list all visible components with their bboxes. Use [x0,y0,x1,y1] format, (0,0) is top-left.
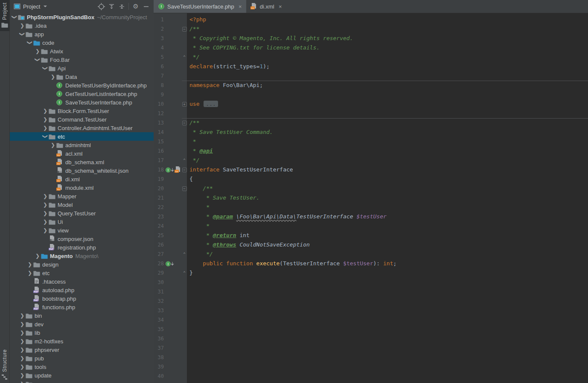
chevron-right-icon[interactable]: ❯ [42,226,49,235]
xml-file-icon[interactable]: <> [175,166,181,173]
settings-gear-icon[interactable]: ⚙ [131,2,141,11]
chevron-right-icon[interactable]: ❯ [42,209,49,218]
tree-item-registration-php[interactable]: PHPregistration.php [9,243,154,252]
tree-item-di-xml[interactable]: <>di.xml [9,175,154,183]
chevron-right-icon[interactable]: ❯ [19,380,26,383]
fold-end-icon[interactable]: ⌃ [183,156,186,165]
project-panel-title[interactable]: Project [23,3,40,10]
tree-item-autoload-php[interactable]: PHPautoload.php [9,286,154,294]
tree-item-pub[interactable]: ❯pub [9,354,154,363]
fold-end-icon[interactable]: ⌃ [183,250,186,259]
close-icon[interactable]: × [278,3,283,10]
collapse-all-icon[interactable] [116,2,127,11]
chevron-right-icon[interactable]: ❯ [42,115,49,124]
tree-item-model[interactable]: ❯Model [9,200,154,209]
tree-item-bootstrap-php[interactable]: PHPbootstrap.php [9,294,154,303]
tree-item-acl-xml[interactable]: <>acl.xml [9,149,154,158]
chevron-right-icon[interactable]: ❯ [26,260,33,269]
stripe-tab-project[interactable]: Project [0,0,9,31]
fold-end-icon[interactable]: ⌃ [183,268,186,278]
tree-item-var[interactable]: ❯var [9,380,154,383]
fold-end-icon[interactable]: ⌃ [183,52,186,62]
tree-item-etc[interactable]: ❯etc [9,269,154,277]
dropdown-caret-icon[interactable] [42,3,49,10]
tree-item-idea[interactable]: ❯.idea [9,21,154,30]
chevron-right-icon[interactable]: ❯ [19,328,26,337]
stripe-tab-structure[interactable]: Structure [0,347,9,383]
code-editor[interactable]: 1<?php2−/**3 * Copyright © Magento, Inc.… [154,13,588,383]
chevron-down-icon[interactable]: ❯ [33,56,42,63]
chevron-right-icon[interactable]: ❯ [19,345,26,354]
tree-item-bin[interactable]: ❯bin [9,311,154,320]
tree-item-code[interactable]: ❯code [9,38,154,47]
chevron-right-icon[interactable]: ❯ [19,320,26,328]
chevron-right-icon[interactable]: ❯ [42,124,49,132]
chevron-right-icon[interactable]: ❯ [26,269,33,277]
chevron-down-icon[interactable]: ❯ [41,65,49,72]
tree-item-atwix[interactable]: ❯Atwix [9,47,154,55]
chevron-right-icon[interactable]: ❯ [49,141,56,149]
chevron-right-icon[interactable]: ❯ [19,371,26,380]
tree-item-deletetestuserbyidinterface-php[interactable]: IDeleteTestUserByIdInterface.php [9,81,154,90]
tree-item-etc[interactable]: ❯etc [9,132,154,141]
tree-item-block-form-testuser[interactable]: ❯Block.Form.TestUser [9,107,154,115]
project-view-icon[interactable] [14,3,20,10]
tree-item-phpstormpluginsandbox[interactable]: ❯PhpStormPluginSandBox~/CommunityProject [9,13,154,21]
tree-item-gettestuserlistinterface-php[interactable]: IGetTestUserListInterface.php [9,90,154,98]
fold-collapse-icon[interactable]: − [182,186,187,191]
tree-item-design[interactable]: ❯design [9,260,154,269]
tree-item-query-testuser[interactable]: ❯Query.TestUser [9,209,154,218]
locate-icon[interactable] [96,2,106,11]
chevron-right-icon[interactable]: ❯ [34,47,41,55]
tree-item-composer-json[interactable]: composer.json [9,235,154,243]
tree-item-m2-hotfixes[interactable]: ❯m2-hotfixes [9,337,154,345]
chevron-right-icon[interactable]: ❯ [19,363,26,371]
chevron-right-icon[interactable]: ❯ [19,354,26,363]
tree-item-lib[interactable]: ❯lib [9,328,154,337]
chevron-right-icon[interactable]: ❯ [19,311,26,320]
tree-item-api[interactable]: ❯Api [9,64,154,73]
tab-di-xml[interactable]: <> di.xml × [246,0,286,13]
tree-item-controller-adminhtml-testuser[interactable]: ❯Controller.Adminhtml.TestUser [9,124,154,132]
tree-item-db-schema-xml[interactable]: <>db_schema.xml [9,158,154,166]
tab-savetestuserinterface-php[interactable]: I SaveTestUserInterface.php × [154,0,246,13]
tree-item-app[interactable]: ❯app [9,30,154,38]
chevron-right-icon[interactable]: ❯ [42,218,49,226]
fold-collapse-icon[interactable]: − [182,121,187,125]
tree-item-module-xml[interactable]: <>module.xml [9,183,154,192]
tree-item-tools[interactable]: ❯tools [9,363,154,371]
hide-panel-icon[interactable] [141,2,151,11]
tree-item-htaccess[interactable]: .htaccess [9,277,154,286]
chevron-down-icon[interactable]: ❯ [26,39,34,46]
chevron-down-icon[interactable]: ❯ [18,31,26,38]
chevron-right-icon[interactable]: ❯ [19,337,26,345]
fold-collapse-icon[interactable]: − [182,168,187,172]
chevron-right-icon[interactable]: ❯ [34,252,41,260]
tree-item-update[interactable]: ❯update [9,371,154,380]
tree-item-magento[interactable]: ❯MagentoMagento\ [9,252,154,260]
tree-item-savetestuserinterface-php[interactable]: ISaveTestUserInterface.php [9,98,154,107]
chevron-right-icon[interactable]: ❯ [19,21,26,30]
fold-collapse-icon[interactable]: − [182,27,187,32]
expand-all-icon[interactable] [106,2,116,11]
tree-item-command-testuser[interactable]: ❯Command.TestUser [9,115,154,124]
implementation-marker-icon[interactable]: I [166,261,174,267]
fold-expand-icon[interactable]: + [182,102,187,107]
chevron-down-icon[interactable]: ❯ [41,133,49,140]
tree-item-functions-php[interactable]: PHPfunctions.php [9,303,154,311]
tree-item-view[interactable]: ❯view [9,226,154,235]
chevron-right-icon[interactable]: ❯ [42,200,49,209]
tree-item-ui[interactable]: ❯Ui [9,218,154,226]
chevron-down-icon[interactable]: ❯ [10,14,19,20]
tree-item-dev[interactable]: ❯dev [9,320,154,328]
tree-item-phpserver[interactable]: ❯phpserver [9,345,154,354]
chevron-right-icon[interactable]: ❯ [49,73,56,81]
close-icon[interactable]: × [238,3,243,10]
tree-item-adminhtml[interactable]: ❯adminhtml [9,141,154,149]
tree-item-data[interactable]: ❯Data [9,73,154,81]
chevron-right-icon[interactable]: ❯ [42,107,49,115]
chevron-right-icon[interactable]: ❯ [42,192,49,200]
implementation-marker-icon[interactable]: I [166,167,174,173]
tree-item-mapper[interactable]: ❯Mapper [9,192,154,200]
tree-item-db-schema-whitelist-json[interactable]: db_schema_whitelist.json [9,166,154,175]
